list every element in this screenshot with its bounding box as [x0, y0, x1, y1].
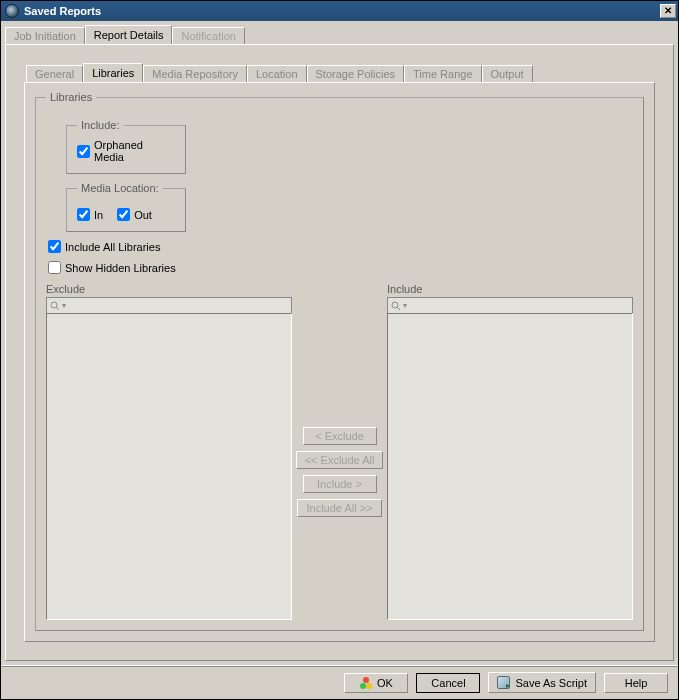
include-label: Include — [387, 283, 633, 295]
chk-in-input[interactable] — [77, 208, 90, 221]
svg-point-0 — [51, 302, 57, 308]
inner-tabstrip: General Libraries Media Repository Locat… — [26, 63, 655, 82]
chk-in[interactable]: In — [77, 208, 103, 221]
tab-time-range[interactable]: Time Range — [404, 65, 482, 83]
chk-orphaned-media-label: Orphaned Media — [94, 139, 175, 163]
include-search[interactable]: ▾ — [387, 297, 633, 313]
chk-include-all-label: Include All Libraries — [65, 241, 160, 253]
exclude-search[interactable]: ▾ — [46, 297, 292, 313]
exclude-all-button[interactable]: << Exclude All — [296, 451, 384, 469]
ok-button[interactable]: OK — [344, 673, 408, 693]
exclude-listbox[interactable] — [46, 313, 292, 620]
group-libraries-legend: Libraries — [46, 91, 96, 103]
tab-libraries[interactable]: Libraries — [83, 63, 143, 82]
script-icon — [497, 676, 510, 689]
include-all-button[interactable]: Include All >> — [297, 499, 381, 517]
tab-report-details[interactable]: Report Details — [85, 25, 173, 44]
move-buttons: < Exclude << Exclude All Include > Inclu… — [292, 283, 387, 620]
exclude-label: Exclude — [46, 283, 292, 295]
include-column: Include ▾ — [387, 283, 633, 620]
group-include-legend: Include: — [77, 119, 124, 131]
tab-general[interactable]: General — [26, 65, 83, 83]
exclude-column: Exclude ▾ — [46, 283, 292, 620]
cancel-button[interactable]: Cancel — [416, 673, 480, 693]
chk-out-input[interactable] — [117, 208, 130, 221]
titlebar[interactable]: Saved Reports ✕ — [1, 1, 678, 21]
dialog-saved-reports: Saved Reports ✕ Job Initiation Report De… — [0, 0, 679, 700]
window-title: Saved Reports — [24, 5, 660, 17]
dialog-footer: OK Cancel Save As Script Help — [1, 665, 678, 699]
save-as-script-button[interactable]: Save As Script — [488, 672, 596, 693]
tab-notification[interactable]: Notification — [172, 27, 244, 45]
dropdown-chevron-icon: ▾ — [62, 301, 66, 310]
include-listbox[interactable] — [387, 313, 633, 620]
svg-point-2 — [392, 302, 398, 308]
chk-show-hidden-input[interactable] — [48, 261, 61, 274]
ok-icon — [360, 677, 372, 689]
tab-output[interactable]: Output — [482, 65, 533, 83]
save-script-label: Save As Script — [515, 677, 587, 689]
outer-tab-area: Job Initiation Report Details Notificati… — [1, 21, 678, 665]
dropdown-chevron-icon: ▾ — [403, 301, 407, 310]
exclude-button[interactable]: < Exclude — [303, 427, 377, 445]
ok-label: OK — [377, 677, 393, 689]
tab-storage-policies[interactable]: Storage Policies — [307, 65, 405, 83]
group-include: Include: Orphaned Media — [66, 119, 186, 174]
chk-include-all-input[interactable] — [48, 240, 61, 253]
group-media-location-legend: Media Location: — [77, 182, 163, 194]
help-button[interactable]: Help — [604, 673, 668, 693]
svg-line-3 — [397, 307, 400, 310]
chk-orphaned-media[interactable]: Orphaned Media — [77, 139, 175, 163]
chk-show-hidden-libraries[interactable]: Show Hidden Libraries — [48, 261, 633, 274]
group-media-location: Media Location: In Out — [66, 182, 186, 232]
search-icon — [50, 301, 60, 311]
libraries-panel: Libraries Include: Orphaned Media Media … — [24, 82, 655, 642]
help-label: Help — [625, 677, 648, 689]
include-button[interactable]: Include > — [303, 475, 377, 493]
svg-line-1 — [56, 307, 59, 310]
app-icon — [5, 4, 19, 18]
chk-out-label: Out — [134, 209, 152, 221]
tab-media-repository[interactable]: Media Repository — [143, 65, 247, 83]
tab-location[interactable]: Location — [247, 65, 307, 83]
dual-list-area: Exclude ▾ < Exclude << Exclude All — [46, 283, 633, 620]
chk-orphaned-media-input[interactable] — [77, 145, 90, 158]
group-libraries: Libraries Include: Orphaned Media Media … — [35, 91, 644, 631]
inner-tab-area: General Libraries Media Repository Locat… — [24, 63, 655, 642]
close-icon[interactable]: ✕ — [660, 4, 676, 18]
chk-include-all-libraries[interactable]: Include All Libraries — [48, 240, 633, 253]
search-icon — [391, 301, 401, 311]
chk-show-hidden-label: Show Hidden Libraries — [65, 262, 176, 274]
cancel-label: Cancel — [431, 677, 465, 689]
chk-out[interactable]: Out — [117, 208, 152, 221]
report-details-panel: General Libraries Media Repository Locat… — [5, 44, 674, 661]
outer-tabstrip: Job Initiation Report Details Notificati… — [5, 25, 676, 44]
chk-in-label: In — [94, 209, 103, 221]
tab-job-initiation[interactable]: Job Initiation — [5, 27, 85, 45]
